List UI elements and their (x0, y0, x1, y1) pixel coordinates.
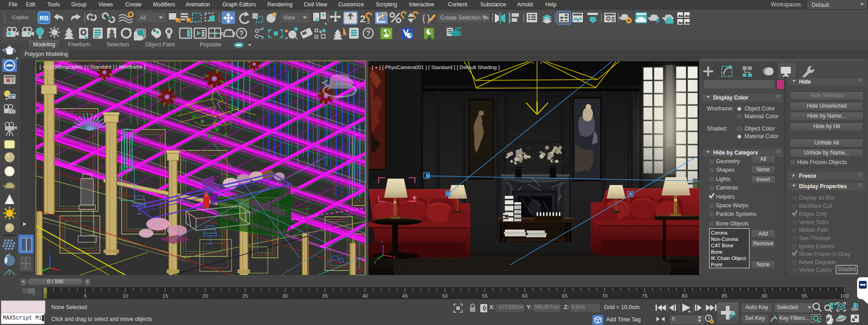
svg-text:90: 90 (762, 293, 768, 299)
svg-text:z: z (381, 240, 383, 244)
svg-text:?: ? (366, 30, 370, 37)
svg-text:50: 50 (442, 293, 448, 299)
svg-text:z: z (47, 250, 49, 255)
svg-text:2: 2 (360, 13, 365, 25)
svg-text:60: 60 (522, 293, 528, 299)
svg-text:.5: .5 (366, 19, 370, 25)
svg-text:[ + ] [ Orthographic ] [ Stand: [ + ] [ Orthographic ] [ Standard ] [ Wi… (39, 64, 146, 70)
svg-text:40: 40 (362, 293, 368, 299)
svg-text:25: 25 (242, 293, 248, 299)
svg-text:20: 20 (202, 293, 208, 299)
svg-text:75: 75 (642, 293, 648, 299)
svg-text:RB: RB (39, 15, 49, 22)
svg-text:{ }: { } (422, 13, 430, 23)
svg-text:65: 65 (562, 293, 568, 299)
svg-text:5: 5 (84, 293, 87, 299)
svg-text:y: y (374, 260, 376, 264)
svg-text:10: 10 (123, 293, 128, 299)
svg-text:All: All (140, 15, 146, 21)
svg-text:Create Selection Se: Create Selection Se (440, 15, 489, 21)
svg-text:View: View (283, 15, 295, 21)
svg-text:?: ? (239, 30, 244, 37)
svg-text:70: 70 (602, 293, 608, 299)
svg-text:85: 85 (722, 293, 728, 299)
svg-text:Copitor: Copitor (12, 15, 29, 20)
svg-text:15: 15 (163, 293, 168, 299)
svg-text:55: 55 (482, 293, 488, 299)
svg-text:95: 95 (802, 293, 808, 299)
svg-text:80: 80 (682, 293, 688, 299)
svg-text:100: 100 (840, 293, 848, 299)
svg-text:35: 35 (322, 293, 328, 299)
svg-text:[ + ] [ PhysCamera001 ] [ Stan: [ + ] [ PhysCamera001 ] [ Standard ] [ D… (372, 65, 500, 70)
svg-text:30: 30 (282, 293, 288, 299)
svg-text:45: 45 (402, 293, 408, 299)
svg-text:x: x (393, 255, 395, 260)
